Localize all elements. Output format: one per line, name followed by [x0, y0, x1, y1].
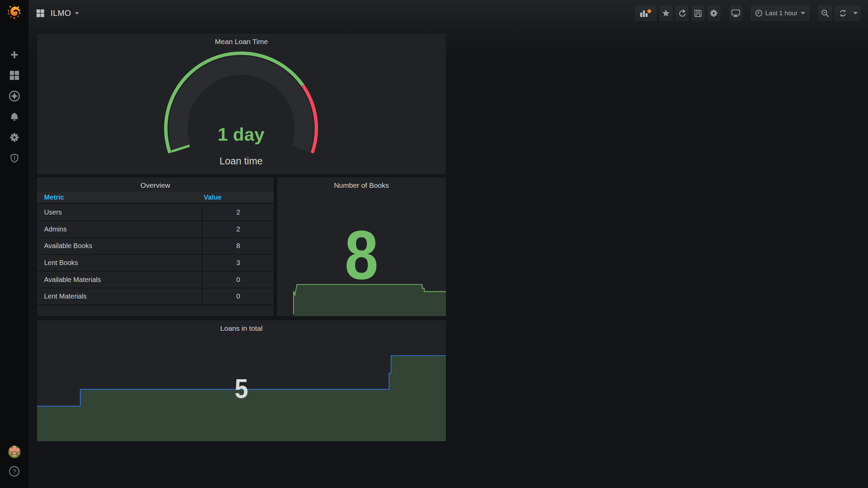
- dashboard-picker[interactable]: ILMO: [36, 8, 79, 18]
- metric-cell: Available Materials: [37, 271, 203, 288]
- panel-title[interactable]: Overview: [37, 181, 274, 189]
- save-button[interactable]: [692, 6, 704, 21]
- grafana-logo-icon[interactable]: [6, 3, 23, 20]
- explore-icon[interactable]: [0, 86, 28, 106]
- svg-text:?: ?: [13, 468, 16, 475]
- metric-cell: Lent Materials: [37, 288, 203, 305]
- settings-button[interactable]: [708, 6, 720, 21]
- table-row: Lent Books3: [37, 255, 274, 272]
- cycle-view-button[interactable]: [730, 6, 742, 21]
- metric-cell: Users: [37, 204, 203, 221]
- help-icon[interactable]: ?: [8, 466, 20, 479]
- time-range-picker[interactable]: Last 1 hour: [751, 6, 809, 21]
- dashboards-icon[interactable]: [0, 65, 28, 86]
- alerting-icon[interactable]: [0, 106, 28, 127]
- zoom-out-button[interactable]: [818, 6, 832, 21]
- sparkline: [277, 177, 446, 316]
- table-body: Users2Admins2Available Books8Lent Books3…: [37, 204, 274, 305]
- table-row: Lent Materials0: [37, 288, 274, 305]
- sidebar: ?: [0, 0, 28, 488]
- time-range-label: Last 1 hour: [765, 9, 797, 17]
- toolbar: Last 1 hour: [635, 6, 860, 21]
- chevron-down-icon: [75, 12, 79, 15]
- dashboard-title: ILMO: [51, 8, 71, 18]
- metric-cell: Admins: [37, 221, 203, 238]
- column-header-metric[interactable]: Metric: [37, 194, 204, 201]
- dashboard-squares-icon: [36, 9, 45, 18]
- value-cell: 3: [203, 255, 274, 271]
- value-cell: 0: [203, 288, 274, 305]
- metric-cell: Available Books: [37, 238, 203, 254]
- refresh-interval-button[interactable]: [850, 6, 860, 20]
- configuration-icon[interactable]: [0, 127, 28, 148]
- metric-cell: Lent Books: [37, 255, 203, 271]
- singlestat-value: 5: [57, 375, 425, 402]
- refresh-button[interactable]: [835, 6, 850, 20]
- table-header: Metric Value: [37, 191, 274, 204]
- panel-number-of-books: Number of Books 8: [277, 177, 446, 317]
- gauge-label: Loan time: [219, 156, 262, 166]
- value-cell: 2: [203, 221, 274, 238]
- gauge-value: 1 day: [218, 124, 264, 144]
- star-button[interactable]: [660, 6, 672, 21]
- share-button[interactable]: [676, 6, 688, 21]
- add-panel-button[interactable]: [635, 6, 656, 21]
- table-row: Available Materials0: [37, 271, 274, 288]
- value-cell: 2: [203, 204, 274, 221]
- panel-mean-loan-time: Mean Loan Time 1 day Loan time: [37, 33, 446, 175]
- sidebar-menu: [0, 44, 28, 168]
- clock-icon: [755, 9, 763, 17]
- create-icon[interactable]: [0, 44, 28, 65]
- table-row: Users2: [37, 204, 274, 221]
- table-row: Available Books8: [37, 238, 274, 255]
- chevron-down-icon: [853, 12, 858, 15]
- gauge-chart: 1 day Loan time: [37, 34, 446, 174]
- panel-title[interactable]: Mean Loan Time: [37, 38, 446, 46]
- table-row: Admins2: [37, 221, 274, 238]
- value-cell: 0: [203, 271, 274, 288]
- column-header-value[interactable]: Value: [204, 194, 221, 201]
- panel-loans-in-total: Loans in total 5: [37, 320, 446, 442]
- server-admin-icon[interactable]: [0, 148, 28, 168]
- value-cell: 8: [203, 238, 274, 254]
- refresh-button-group: [835, 6, 860, 21]
- panel-overview: Overview Metric Value Users2Admins2Avail…: [37, 177, 274, 317]
- user-avatar[interactable]: [8, 446, 21, 460]
- navbar: ILMO: [28, 0, 868, 26]
- chevron-down-icon: [801, 12, 805, 15]
